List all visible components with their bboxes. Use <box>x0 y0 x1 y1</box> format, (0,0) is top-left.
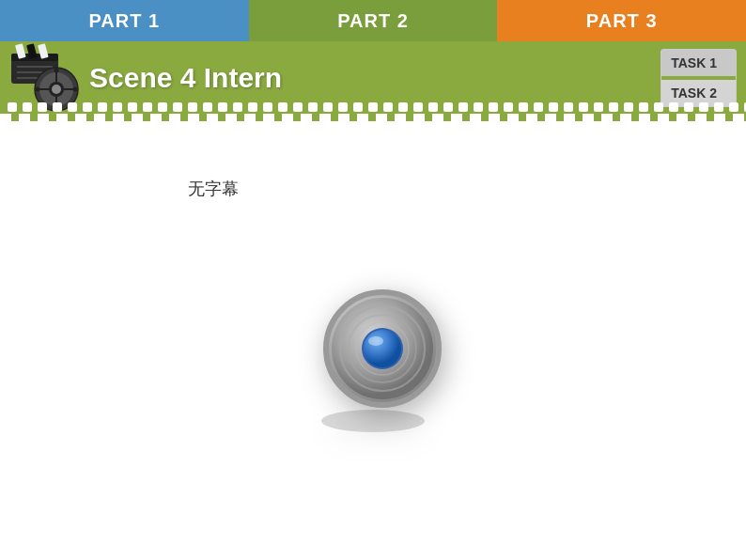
film-dot <box>699 102 708 112</box>
film-dot <box>458 102 468 112</box>
svg-point-18 <box>36 87 40 92</box>
film-dot <box>428 102 438 112</box>
film-dot <box>338 102 348 112</box>
film-dot <box>308 102 318 112</box>
film-dot <box>729 102 738 112</box>
film-dot <box>188 102 197 112</box>
film-dot <box>534 102 543 112</box>
tab-part1[interactable]: PART 1 <box>0 0 249 41</box>
film-dot <box>609 102 618 112</box>
film-dot <box>68 102 77 112</box>
film-dot <box>579 102 588 112</box>
svg-point-16 <box>54 69 59 73</box>
film-dot <box>368 102 378 112</box>
film-dot <box>128 102 137 112</box>
no-subtitle-label: 无字幕 <box>188 178 239 200</box>
film-dot <box>353 102 363 112</box>
film-dot <box>383 102 393 112</box>
film-dot <box>158 102 167 112</box>
film-dot <box>519 102 528 112</box>
svg-point-11 <box>52 85 61 94</box>
film-dot <box>413 102 423 112</box>
svg-point-30 <box>368 336 383 346</box>
film-dot <box>594 102 603 112</box>
top-navigation: PART 1 PART 2 PART 3 <box>0 0 746 41</box>
film-dot <box>443 102 453 112</box>
tab-part2[interactable]: PART 2 <box>249 0 498 41</box>
task-dropdown: TASK 1 TASK 2 <box>661 49 737 107</box>
film-dot <box>624 102 633 112</box>
film-dot <box>53 102 62 112</box>
film-dot <box>263 102 272 112</box>
film-dot <box>233 102 242 112</box>
tab-part3[interactable]: PART 3 <box>497 0 746 41</box>
film-dot <box>474 102 483 112</box>
svg-point-19 <box>73 87 78 92</box>
film-dot <box>278 102 288 112</box>
svg-point-20 <box>321 410 425 432</box>
film-dot <box>173 102 182 112</box>
film-dot <box>684 102 693 112</box>
film-dot <box>549 102 558 112</box>
film-dot <box>203 102 212 112</box>
film-dot <box>38 102 47 112</box>
main-content: 无字幕 <box>0 121 746 560</box>
speaker-icon <box>288 266 458 435</box>
film-dot <box>23 102 32 112</box>
film-dot <box>714 102 723 112</box>
svg-point-29 <box>364 330 401 367</box>
scene-header: Scene 4 Intern TASK 1 TASK 2 <box>0 41 746 121</box>
film-dot <box>654 102 663 112</box>
film-dot <box>504 102 513 112</box>
scene-title: Scene 4 Intern <box>89 62 737 94</box>
film-dot <box>398 102 408 112</box>
film-dot <box>669 102 678 112</box>
film-strip <box>0 101 746 114</box>
film-dot <box>293 102 303 112</box>
film-dot <box>218 102 227 112</box>
film-dot <box>113 102 122 112</box>
film-dot <box>323 102 333 112</box>
film-dot <box>639 102 648 112</box>
film-dot <box>8 102 17 112</box>
film-dot <box>98 102 107 112</box>
film-dot <box>248 102 257 112</box>
film-dot <box>564 102 573 112</box>
film-dot <box>489 102 498 112</box>
task1-item[interactable]: TASK 1 <box>661 50 736 76</box>
film-dot <box>143 102 152 112</box>
film-dot <box>83 102 92 112</box>
